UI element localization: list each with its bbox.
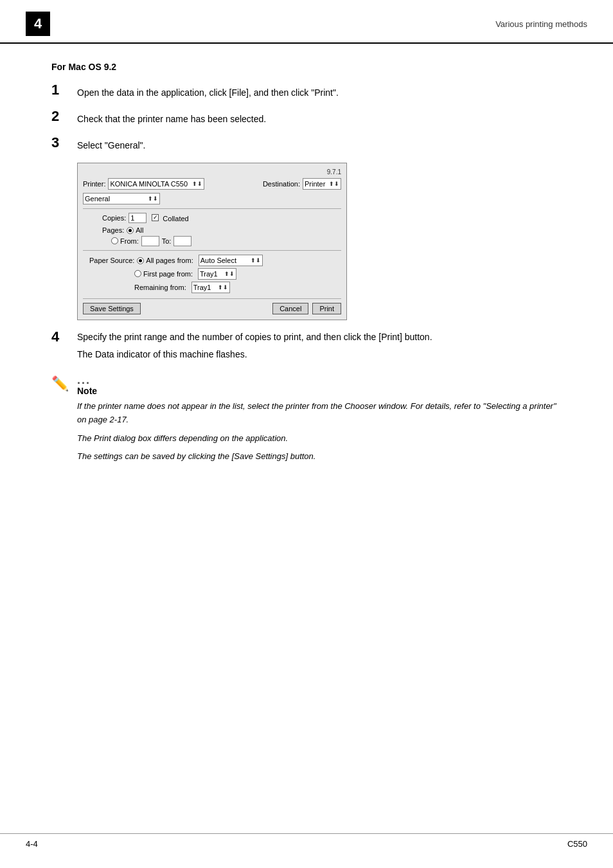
copies-label: Copies: <box>102 214 126 222</box>
paper-first-value: Tray1 <box>200 270 218 278</box>
step-3-number: 3 <box>51 135 77 150</box>
print-dialog: 9.7.1 Printer: KONICA MINOLTA C550 ⬆⬇ De… <box>77 163 347 320</box>
printer-select[interactable]: KONICA MINOLTA C550 ⬆⬇ <box>108 178 204 190</box>
print-button[interactable]: Print <box>312 303 341 314</box>
dialog-version: 9.7.1 <box>83 168 341 176</box>
pages-from-row: From: To: <box>102 236 341 246</box>
note-icon: ✏️ <box>51 375 71 392</box>
pages-to-label: To: <box>162 237 172 245</box>
paper-remaining-arrow-icon: ⬆⬇ <box>218 284 228 291</box>
step-2-number: 2 <box>51 109 77 124</box>
pages-to-input[interactable] <box>173 236 191 246</box>
collated-checkbox[interactable] <box>152 214 159 221</box>
pages-row: Pages: All From: To: <box>83 226 341 246</box>
paper-all-radio[interactable] <box>137 257 144 264</box>
paper-first-radio[interactable] <box>134 270 141 277</box>
printer-arrow-icon: ⬆⬇ <box>192 181 202 187</box>
cancel-button[interactable]: Cancel <box>272 303 308 314</box>
paper-source-label: Paper Source: <box>89 257 134 264</box>
pages-all-label: All <box>136 226 143 234</box>
dialog-btn-group: Cancel Print <box>272 303 341 314</box>
note-text-1: If the printer name does not appear in t… <box>77 400 562 427</box>
step-4: 4 Specify the print range and the number… <box>51 330 562 361</box>
step-2: 2 Check that the printer name has been s… <box>51 110 562 126</box>
copies-row: Copies: Collated <box>83 213 341 223</box>
paper-first-row: First page from: Tray1 ⬆⬇ <box>89 268 341 280</box>
step-4-number: 4 <box>51 329 77 345</box>
page-footer: 4-4 C550 <box>0 833 613 849</box>
pages-label: Pages: <box>102 226 124 234</box>
collated-label: Collated <box>163 215 188 222</box>
paper-first-label: First page from: <box>143 270 193 278</box>
paper-remaining-label: Remaining from: <box>134 284 186 291</box>
copies-input[interactable] <box>129 213 147 223</box>
destination-value: Printer <box>305 180 325 188</box>
paper-source-section: Paper Source: All pages from: Auto Selec… <box>83 255 341 293</box>
section-heading: For Mac OS 9.2 <box>51 62 562 72</box>
footer-left: 4-4 <box>26 839 38 849</box>
pages-from-label: From: <box>120 237 139 245</box>
paper-remaining-select[interactable]: Tray1 ⬆⬇ <box>191 282 230 293</box>
footer-right: C550 <box>567 839 587 849</box>
step-4-text: Specify the print range and the number o… <box>77 330 432 361</box>
pages-all-row: Pages: All <box>102 226 341 234</box>
save-settings-button[interactable]: Save Settings <box>83 303 141 314</box>
general-select[interactable]: General ⬆⬇ <box>83 193 160 204</box>
paper-first-select[interactable]: Tray1 ⬆⬇ <box>198 268 236 280</box>
destination-label: Destination: <box>263 180 300 188</box>
step-1-text: Open the data in the application, click … <box>77 84 339 100</box>
dialog-wrapper: 9.7.1 Printer: KONICA MINOLTA C550 ⬆⬇ De… <box>77 163 562 320</box>
paper-remaining-value: Tray1 <box>193 284 211 291</box>
dialog-buttons: Save Settings Cancel Print <box>83 298 341 314</box>
step-4-subtext: The Data indicator of this machine flash… <box>77 348 432 361</box>
printer-row: Printer: KONICA MINOLTA C550 ⬆⬇ Destinat… <box>83 178 341 190</box>
note-text-2: The Print dialog box differs depending o… <box>77 432 562 446</box>
general-row: General ⬆⬇ <box>83 193 341 204</box>
step-2-text: Check that the printer name has been sel… <box>77 110 266 126</box>
step-1: 1 Open the data in the application, clic… <box>51 84 562 100</box>
header-title: Various printing methods <box>495 19 587 29</box>
printer-value: KONICA MINOLTA C550 <box>110 180 188 188</box>
destination-arrow-icon: ⬆⬇ <box>329 181 339 187</box>
general-arrow-icon: ⬆⬇ <box>148 195 158 202</box>
pages-from-input[interactable] <box>141 236 159 246</box>
collated-checkbox-wrapper: Collated <box>152 214 191 222</box>
chapter-number: 4 <box>26 12 50 36</box>
pages-all-radio[interactable] <box>127 227 134 234</box>
destination-select[interactable]: Printer ⬆⬇ <box>303 178 341 190</box>
paper-all-arrow-icon: ⬆⬇ <box>251 257 261 264</box>
note-text-3: The settings can be saved by clicking th… <box>77 450 562 464</box>
paper-all-select[interactable]: Auto Select ⬆⬇ <box>199 255 263 266</box>
note-section: ✏️ ... Note If the printer name does not… <box>51 374 562 469</box>
paper-all-value: Auto Select <box>200 257 236 264</box>
note-dots: ... <box>77 374 562 386</box>
paper-all-label: All pages from: <box>146 257 193 264</box>
main-content: For Mac OS 9.2 1 Open the data in the ap… <box>0 62 613 494</box>
paper-remaining-row: Remaining from: Tray1 ⬆⬇ <box>89 282 341 293</box>
step-3: 3 Select "General". <box>51 136 562 152</box>
pages-from-radio[interactable] <box>111 237 118 244</box>
printer-label: Printer: <box>83 180 105 188</box>
paper-first-arrow-icon: ⬆⬇ <box>224 271 235 277</box>
step-3-text: Select "General". <box>77 136 145 152</box>
note-label: Note <box>77 386 562 396</box>
general-value: General <box>85 195 110 203</box>
step-1-number: 1 <box>51 82 77 98</box>
paper-all-row: Paper Source: All pages from: Auto Selec… <box>89 255 341 266</box>
page-header: 4 Various printing methods <box>0 0 613 44</box>
note-content: ... Note If the printer name does not ap… <box>77 374 562 469</box>
